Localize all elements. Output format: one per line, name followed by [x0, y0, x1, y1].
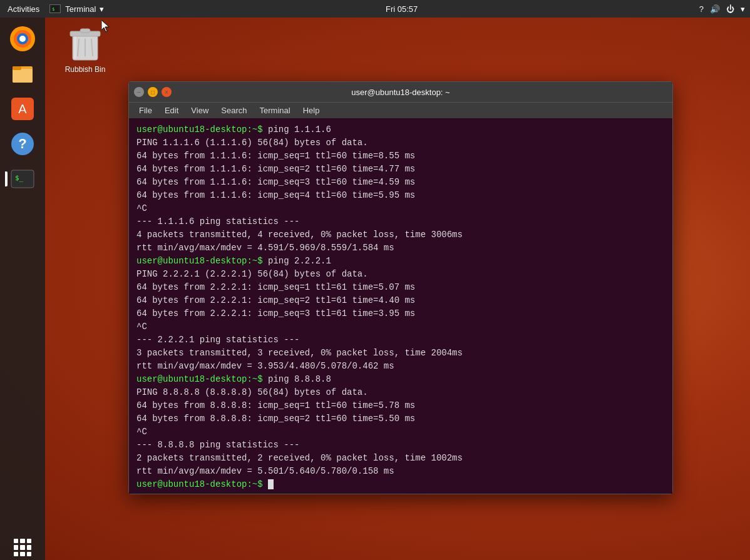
activities-button[interactable]: Activities — [5, 4, 42, 14]
terminal-line: 64 bytes from 1.1.1.6: icmp_seq=4 ttl=60… — [136, 189, 665, 202]
svg-rect-18 — [80, 29, 90, 33]
terminal-line: 64 bytes from 1.1.1.6: icmp_seq=3 ttl=60… — [136, 176, 665, 189]
svg-text:A: A — [18, 102, 27, 116]
menu-edit[interactable]: Edit — [160, 104, 183, 116]
terminal-line: PING 2.2.2.1 (2.2.2.1) 56(84) bytes of d… — [136, 268, 665, 281]
terminal-titlebar: − □ × user@ubuntu18-desktop: ~ — [129, 82, 672, 102]
grid-dot — [14, 545, 18, 549]
grid-dot — [20, 539, 24, 543]
terminal-line: 64 bytes from 1.1.1.6: icmp_seq=2 ttl=60… — [136, 163, 665, 176]
chevron-down-icon[interactable]: ▾ — [741, 4, 745, 14]
grid-dot — [27, 545, 31, 549]
terminal-title: user@ubuntu18-desktop: ~ — [172, 88, 630, 97]
menu-terminal[interactable]: Terminal — [255, 104, 295, 116]
terminal-line: user@ubuntu18-desktop:~$ ping 8.8.8.8 — [136, 373, 665, 386]
grid-dot — [14, 552, 18, 556]
terminal-line: rtt min/avg/max/mdev = 4.591/5.969/8.559… — [136, 242, 665, 255]
terminal-line: user@ubuntu18-desktop:~$ ping 1.1.1.6 — [136, 123, 665, 136]
grid-dot — [27, 552, 31, 556]
terminal-line: 4 packets transmitted, 4 received, 0% pa… — [136, 228, 665, 242]
sidebar-item-files[interactable] — [8, 59, 38, 89]
terminal-body[interactable]: user@ubuntu18-desktop:~$ ping 1.1.1.6 PI… — [129, 118, 672, 494]
terminal-line: ^C — [136, 320, 665, 333]
sidebar-item-firefox[interactable] — [8, 24, 38, 54]
terminal-cursor — [268, 479, 274, 489]
terminal-line: 64 bytes from 2.2.2.1: icmp_seq=1 ttl=61… — [136, 281, 665, 294]
show-applications-button[interactable] — [10, 535, 35, 560]
top-panel: Activities $ Terminal ▾ Fri 05:57 ? 🔊 ⏻ … — [0, 0, 750, 18]
chevron-down-icon: ▾ — [100, 4, 104, 14]
terminal-line: PING 8.8.8.8 (8.8.8.8) 56(84) bytes of d… — [136, 386, 665, 399]
question-icon[interactable]: ? — [699, 4, 704, 14]
grid-dot — [14, 539, 18, 543]
power-icon[interactable]: ⏻ — [726, 4, 734, 14]
svg-rect-8 — [13, 66, 21, 70]
terminal-prompt-line: user@ubuntu18-desktop:~$ — [136, 478, 665, 491]
terminal-line: --- 1.1.1.6 ping statistics --- — [136, 215, 665, 228]
minimize-button[interactable]: − — [134, 87, 144, 97]
grid-dot — [20, 552, 24, 556]
terminal-menubar: File Edit View Search Terminal Help — [129, 102, 672, 118]
svg-rect-7 — [13, 69, 33, 83]
terminal-line: 3 packets transmitted, 3 received, 0% pa… — [136, 347, 665, 360]
window-controls: − □ × — [134, 87, 172, 97]
svg-text:?: ? — [18, 136, 26, 151]
grid-dot — [20, 545, 24, 549]
svg-text:$_: $_ — [15, 174, 24, 182]
rubbish-bin-icon[interactable]: Rubbish Bin — [60, 24, 110, 74]
sidebar-item-terminal[interactable]: $_ — [8, 164, 38, 194]
grid-dot — [27, 539, 31, 543]
maximize-button[interactable]: □ — [148, 87, 158, 97]
terminal-line: 2 packets transmitted, 2 received, 0% pa… — [136, 452, 665, 465]
terminal-menu-button[interactable]: $ Terminal ▾ — [49, 4, 104, 14]
svg-text:$: $ — [52, 7, 54, 12]
terminal-line: ^C — [136, 202, 665, 215]
datetime-display: Fri 05:57 — [386, 4, 418, 14]
volume-icon[interactable]: 🔊 — [710, 4, 720, 14]
terminal-line: 64 bytes from 2.2.2.1: icmp_seq=3 ttl=61… — [136, 307, 665, 320]
menu-help[interactable]: Help — [298, 104, 325, 116]
rubbish-bin-label: Rubbish Bin — [65, 65, 106, 74]
terminal-line: 64 bytes from 8.8.8.8: icmp_seq=1 ttl=60… — [136, 399, 665, 412]
terminal-small-icon: $ — [49, 4, 61, 13]
terminal-line: rtt min/avg/max/mdev = 5.501/5.640/5.780… — [136, 465, 665, 478]
terminal-line: PING 1.1.1.6 (1.1.1.6) 56(84) bytes of d… — [136, 136, 665, 150]
terminal-line: rtt min/avg/max/mdev = 3.953/4.480/5.078… — [136, 360, 665, 373]
terminal-line: --- 2.2.2.1 ping statistics --- — [136, 333, 665, 347]
terminal-line: 64 bytes from 1.1.1.6: icmp_seq=1 ttl=60… — [136, 150, 665, 163]
terminal-line: ^C — [136, 425, 665, 439]
terminal-window: − □ × user@ubuntu18-desktop: ~ File Edit… — [128, 81, 673, 494]
close-button[interactable]: × — [162, 87, 172, 97]
terminal-line: 64 bytes from 2.2.2.1: icmp_seq=2 ttl=61… — [136, 294, 665, 307]
menu-search[interactable]: Search — [216, 104, 252, 116]
sidebar-item-help[interactable]: ? — [8, 129, 38, 159]
sidebar: A ? $_ — [0, 18, 45, 560]
menu-file[interactable]: File — [134, 104, 157, 116]
svg-point-5 — [19, 36, 26, 42]
svg-rect-22 — [74, 36, 76, 59]
terminal-line: --- 8.8.8.8 ping statistics --- — [136, 439, 665, 452]
terminal-line: 64 bytes from 8.8.8.8: icmp_seq=2 ttl=60… — [136, 412, 665, 425]
sidebar-item-software[interactable]: A — [8, 94, 38, 124]
terminal-line: user@ubuntu18-desktop:~$ ping 2.2.2.1 — [136, 255, 665, 268]
menu-view[interactable]: View — [186, 104, 213, 116]
